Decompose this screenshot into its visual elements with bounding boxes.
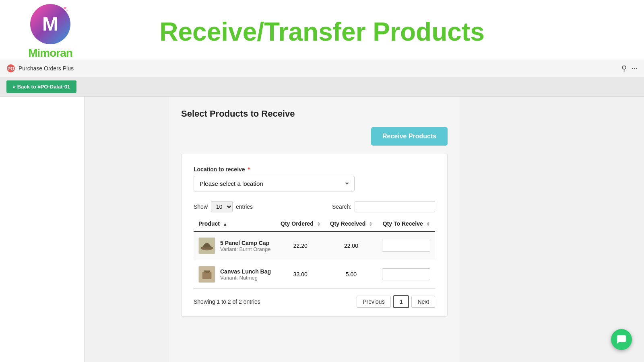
search-label: Search: [332,204,351,210]
receive-card: Location to receive * Please select a lo… [181,154,448,317]
nav-bar: « Back to #PO-Dalat-01 [0,77,644,97]
qty-received: 5.00 [325,260,378,289]
sort-qty-received-icon: ⇕ [369,222,372,226]
sort-qty-ordered-icon: ⇕ [317,222,320,226]
main-layout: Select Products to Receive Receive Produ… [0,97,644,362]
product-cell-row-1: 5 Panel Camp CapVariant: Burnt Orange [194,231,276,260]
section-title: Select Products to Receive [181,109,448,119]
chat-bubble[interactable] [611,329,632,350]
sort-product-icon: ▲ [223,222,227,226]
receive-products-button[interactable]: Receive Products [371,127,448,146]
product-cell-row-2: Canvas Lunch BagVariant: Nutmeg [194,260,276,289]
more-icon[interactable]: ··· [632,64,638,72]
sort-qty-to-receive-icon: ⇕ [426,222,430,226]
table-footer: Showing 1 to 2 of 2 entries Previous 1 N… [194,295,435,308]
qty-to-receive-cell [377,260,435,289]
qty-ordered: 22.20 [276,231,325,260]
table-row: 5 Panel Camp CapVariant: Burnt Orange22.… [194,231,435,260]
previous-button[interactable]: Previous [357,296,390,308]
pagination: Previous 1 Next [357,295,435,308]
qty-received: 22.00 [325,231,378,260]
product-thumbnail [198,266,215,283]
product-variant: Variant: Burnt Orange [220,246,271,252]
show-label: Show [194,204,208,210]
location-select[interactable]: Please select a location [194,176,355,191]
show-entries: Show 10 25 50 entries [194,201,253,212]
location-label: Location to receive * [194,166,435,173]
svg-rect-8 [204,271,209,273]
pin-icon[interactable]: ⚲ [621,64,627,73]
svg-point-1 [66,10,68,11]
logo-dots-icon [57,6,69,19]
logo-letter: M [42,14,58,34]
table-controls: Show 10 25 50 entries Search: [194,201,435,212]
table-row: Canvas Lunch BagVariant: Nutmeg33.005.00 [194,260,435,289]
app-bar-title: Purchase Orders Plus [19,65,621,72]
back-button[interactable]: « Back to #PO-Dalat-01 [6,80,76,93]
next-button[interactable]: Next [411,296,435,308]
location-field-wrapper: Location to receive * Please select a lo… [194,166,435,201]
svg-rect-6 [201,247,213,249]
logo-circle: M [30,4,70,44]
search-input[interactable] [355,201,435,212]
brand-name: Mimoran [12,47,89,60]
product-name: Canvas Lunch Bag [220,268,271,275]
qty-to-receive-input[interactable] [382,268,430,280]
entries-label: entries [236,204,253,210]
svg-line-9 [204,271,204,272]
col-qty-to-receive[interactable]: Qty To Receive ⇕ [377,216,435,231]
col-qty-ordered[interactable]: Qty Ordered ⇕ [276,216,325,231]
product-name: 5 Panel Camp Cap [220,240,271,246]
entries-select[interactable]: 10 25 50 [211,201,233,212]
svg-line-10 [209,271,210,272]
product-variant: Variant: Nutmeg [220,275,271,281]
qty-ordered: 33.00 [276,260,325,289]
svg-point-0 [64,7,66,9]
app-bar-actions: ⚲ ··· [621,64,638,73]
qty-to-receive-input[interactable] [382,240,430,252]
mimoran-logo: M Mimoran [12,4,93,60]
svg-point-2 [66,7,67,8]
table-header: Product ▲ Qty Ordered ⇕ Qty Received ⇕ [194,216,435,231]
showing-text: Showing 1 to 2 of 2 entries [194,298,260,305]
page-main-title: Receive/Transfer Products [93,14,551,50]
search-area: Search: [332,201,435,212]
svg-text:PO: PO [7,66,14,72]
table-body: 5 Panel Camp CapVariant: Burnt Orange22.… [194,231,435,289]
app-icon: PO [6,64,15,73]
app-bar: PO Purchase Orders Plus ⚲ ··· [0,60,644,77]
col-product[interactable]: Product ▲ [194,216,276,231]
sidebar [0,97,85,362]
chat-icon [616,334,627,345]
products-table: Product ▲ Qty Ordered ⇕ Qty Received ⇕ [194,216,435,289]
product-thumbnail [198,237,215,254]
col-qty-received[interactable]: Qty Received ⇕ [325,216,378,231]
page-1-button[interactable]: 1 [393,295,409,308]
qty-to-receive-cell [377,231,435,260]
svg-rect-7 [202,272,212,279]
main-content: Select Products to Receive Receive Produ… [169,97,460,362]
